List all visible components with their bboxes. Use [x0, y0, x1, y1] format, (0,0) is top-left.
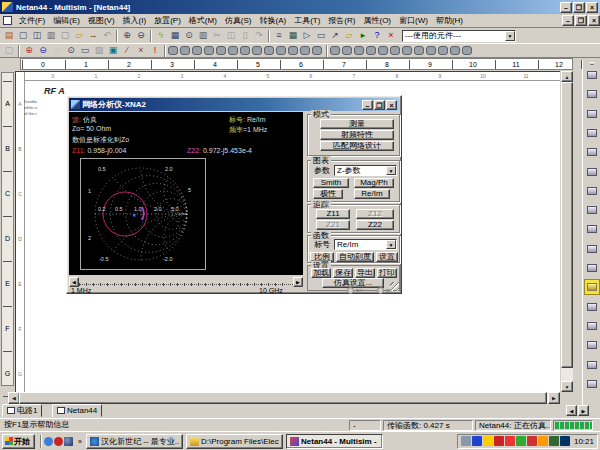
f1-radio[interactable]: F1: [347, 287, 363, 294]
quicklaunch-ie-icon[interactable]: [44, 437, 53, 446]
part-button[interactable]: [462, 46, 472, 55]
menu-10[interactable]: 报告(R): [324, 13, 359, 28]
box-icon[interactable]: ▭: [314, 29, 328, 42]
scroll-right-button[interactable]: ▶: [548, 392, 560, 404]
tab-scroll-left[interactable]: ◀: [566, 405, 577, 416]
instrument-button[interactable]: [584, 337, 600, 353]
tray-icon[interactable]: [483, 436, 493, 446]
tray-icon[interactable]: [461, 436, 471, 446]
vertical-scroll-thumb[interactable]: [561, 82, 573, 368]
zoom-rect-icon[interactable]: ▭: [78, 45, 92, 57]
chevron-down-icon[interactable]: ▼: [386, 240, 396, 249]
magph-button[interactable]: Mag/Ph: [354, 178, 394, 188]
print-button[interactable]: 打印: [377, 268, 397, 278]
tab-scroll-right[interactable]: ▶: [578, 405, 589, 416]
part-button[interactable]: [300, 46, 310, 55]
horizontal-scrollbar[interactable]: ◀ ▶: [8, 392, 560, 404]
paste-icon[interactable]: ▯: [238, 29, 252, 42]
instrument-button[interactable]: [584, 376, 600, 392]
tray-icon[interactable]: [494, 436, 504, 446]
scroll-down-button[interactable]: ▼: [561, 381, 573, 392]
flag-icon[interactable]: !: [148, 45, 162, 57]
tray-icon[interactable]: [538, 436, 548, 446]
match-net-designer-button[interactable]: 匹配网络设计: [320, 141, 394, 151]
part-button[interactable]: [426, 46, 436, 55]
tray-icon[interactable]: [516, 436, 526, 446]
instrument-button[interactable]: [584, 241, 600, 257]
rf-characterizer-button[interactable]: 射频特性: [320, 130, 394, 140]
preview-icon[interactable]: ▢: [58, 29, 72, 42]
instrument-button[interactable]: [584, 67, 600, 83]
zoom-sel-icon[interactable]: ▣: [106, 45, 120, 57]
part-button[interactable]: [402, 46, 412, 55]
quicklaunch-app-icon[interactable]: [54, 437, 63, 446]
menu-8[interactable]: 转换(A): [255, 13, 290, 28]
instrument-button[interactable]: [584, 106, 600, 122]
dialog-minimize-button[interactable]: –: [362, 100, 373, 110]
dialog-close-button[interactable]: ×: [386, 100, 397, 110]
freq-left-arrow[interactable]: ◀: [69, 277, 79, 287]
instrument-button[interactable]: [584, 202, 600, 218]
doc-minimize-button[interactable]: –: [562, 15, 574, 26]
menu-6[interactable]: 格式(M): [185, 13, 221, 28]
zoom-out-icon[interactable]: ⊖: [134, 29, 148, 42]
part-button[interactable]: [204, 46, 214, 55]
save-icon[interactable]: ◫: [30, 29, 44, 42]
part-button[interactable]: [216, 46, 226, 55]
horizontal-scroll-thumb[interactable]: [19, 392, 547, 404]
part-button[interactable]: [366, 46, 376, 55]
part-button[interactable]: [390, 46, 400, 55]
menu-7[interactable]: 仿真(S): [221, 13, 256, 28]
chevron-down-icon[interactable]: ▼: [505, 31, 515, 41]
place-icon[interactable]: →: [86, 29, 100, 42]
menu-13[interactable]: 帮助(H): [432, 13, 467, 28]
sel-icon[interactable]: ▢: [2, 45, 16, 57]
new-icon[interactable]: ▤: [2, 29, 16, 42]
z12-button[interactable]: Z12: [356, 209, 394, 219]
tray-icon[interactable]: [560, 436, 570, 446]
dialog-maximize-button[interactable]: ❐: [374, 100, 385, 110]
copy-icon[interactable]: ◫: [224, 29, 238, 42]
smith-button[interactable]: Smith: [313, 178, 349, 188]
maximize-button[interactable]: ❐: [573, 2, 585, 13]
instrument-button[interactable]: [584, 260, 600, 276]
cut-icon[interactable]: ✂: [210, 29, 224, 42]
gate-icon[interactable]: ▷: [300, 29, 314, 42]
export-button[interactable]: 导出: [355, 268, 375, 278]
menu-9[interactable]: 工具(T): [290, 13, 324, 28]
instrument-button[interactable]: [584, 164, 600, 180]
task-multisim[interactable]: Netan44 - Multisim - [Net...: [286, 434, 383, 449]
close-button[interactable]: ×: [586, 2, 598, 13]
z22-button[interactable]: Z22: [356, 220, 394, 230]
menu-12[interactable]: 窗口(W): [395, 13, 432, 28]
z11-button[interactable]: Z11: [316, 209, 350, 219]
tray-icon[interactable]: [505, 436, 515, 446]
load-button[interactable]: 加载: [311, 268, 331, 278]
part-button[interactable]: [414, 46, 424, 55]
measurement-button[interactable]: 测量: [320, 119, 394, 129]
instrument-button[interactable]: [584, 86, 600, 102]
task-hanhua[interactable]: 汉化新世纪 -- 最专业...: [86, 434, 183, 449]
tab-netan44[interactable]: Netan44: [52, 404, 102, 417]
scroll-up-button[interactable]: ▲: [561, 71, 573, 82]
in-use-parts-combo[interactable]: ---使用的元件---▼: [402, 30, 516, 42]
setup-button[interactable]: 设置: [376, 252, 398, 262]
part-button[interactable]: [252, 46, 262, 55]
tab-circuit1[interactable]: 电路1: [2, 404, 42, 417]
doc-restore-button[interactable]: ❐: [575, 15, 587, 26]
save-button[interactable]: 保存: [333, 268, 353, 278]
part-button[interactable]: [354, 46, 364, 55]
instrument-button[interactable]: [584, 357, 600, 373]
delete-icon[interactable]: ×: [134, 45, 148, 57]
hierarchy-icon[interactable]: ≡: [272, 29, 286, 42]
marker-combo[interactable]: Re/Im▼: [334, 239, 397, 250]
quicklaunch-more-chevron[interactable]: »: [74, 438, 86, 445]
help-icon[interactable]: ?: [370, 29, 384, 42]
doc-close-button[interactable]: ×: [588, 15, 600, 26]
quicklaunch-browser-icon[interactable]: [64, 437, 73, 446]
folder-icon[interactable]: ▱: [72, 29, 86, 42]
autoscale-button[interactable]: 自动刻度: [336, 252, 374, 262]
frequency-slider[interactable]: ◀ ▶: [69, 277, 303, 287]
vertical-scrollbar[interactable]: ▲ ▼: [561, 71, 573, 392]
menu-3[interactable]: 视图(V): [84, 13, 119, 28]
